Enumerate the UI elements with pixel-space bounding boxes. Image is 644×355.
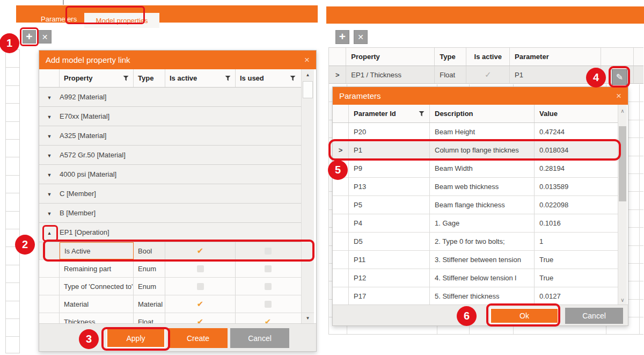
scroll-up-icon[interactable]: ▲ (302, 69, 314, 80)
column-parameter-id: Parameter Id (354, 110, 396, 118)
parameter-row-p17[interactable]: P17 5. Stiffener thickness 0.0127 (333, 287, 618, 306)
apply-button[interactable]: Apply (106, 328, 165, 348)
cell-description: 4. Stiffener below tension l (430, 269, 535, 287)
checkbox-is-used[interactable] (264, 282, 272, 291)
cell-parameter-id: P9 (349, 160, 430, 177)
callout-5: 5 (328, 160, 348, 180)
cell-value: 0.1016 (535, 214, 618, 232)
group-row-a325[interactable]: A325 [Material] (39, 126, 301, 146)
cell-description: Beam Width (430, 160, 535, 177)
parameter-row-p4[interactable]: P4 1. Gage 0.1016 (333, 214, 618, 233)
edit-parameter-button[interactable]: ✎ (612, 69, 627, 85)
cell-property: Type of 'Connected to' (60, 278, 134, 295)
cell-description: Column top flange thicknes (430, 141, 535, 159)
checkbox-is-used[interactable] (264, 264, 272, 273)
collapse-arrow-icon[interactable] (39, 93, 60, 101)
table-header: Property Type Is active Parameter (329, 48, 643, 66)
add-model-property-link-dialog: Add model property link × Property Type … (39, 50, 317, 352)
column-parameter: Parameter (510, 48, 601, 66)
add-property-link-button[interactable]: + (335, 30, 349, 44)
cell-value: 0.022098 (535, 196, 618, 214)
scroll-up-icon[interactable]: ∧ (618, 106, 627, 115)
scrollbar-thumb[interactable] (303, 81, 313, 98)
parameter-row-p5[interactable]: P5 Beam flange thickness 0.022098 (333, 196, 618, 214)
checkbox-is-used[interactable] (264, 247, 272, 255)
collapse-arrow-icon[interactable] (39, 132, 60, 140)
parameter-row-p13[interactable]: P13 Beam web thickness 0.013589 (333, 178, 618, 196)
collapse-arrow-icon[interactable] (39, 112, 60, 120)
group-label: E70xx [Material] (60, 112, 109, 120)
parameter-row-p1[interactable]: > P1 Column top flange thicknes 0.018034 (333, 141, 618, 160)
header-expander-column (39, 69, 60, 87)
group-label: B [Member] (60, 209, 96, 217)
collapse-arrow-icon[interactable] (39, 170, 60, 178)
column-property: Property (64, 74, 92, 82)
dialog-title-bar[interactable]: Add model property link × (39, 50, 316, 69)
scrollbar-thumb[interactable] (619, 126, 626, 201)
callout-4: 4 (586, 68, 606, 88)
add-property-link-button[interactable]: + (23, 30, 36, 44)
delete-property-link-button[interactable]: ✕ (354, 30, 368, 44)
cell-parameter-id: D5 (349, 233, 430, 250)
property-row-material[interactable]: Material Material (39, 295, 301, 313)
parameter-row-p11[interactable]: P11 3. Stiffener between tension True (333, 251, 618, 269)
parameter-row-p20[interactable]: P20 Beam Height 0.47244 (333, 123, 618, 141)
cell-description: Beam Height (430, 123, 535, 141)
filter-icon[interactable] (290, 76, 296, 81)
cancel-button[interactable]: Cancel (565, 308, 623, 324)
cell-parameter-id: P11 (349, 251, 430, 269)
group-row-4000psi[interactable]: 4000 psi [Material] (39, 165, 301, 184)
close-icon[interactable]: × (304, 55, 310, 66)
left-tab-model-properties[interactable]: Model properties (84, 13, 159, 28)
scroll-down-icon[interactable]: ∨ (618, 295, 627, 305)
vertical-scrollbar[interactable]: ∧ ∨ (618, 105, 627, 306)
checkbox-is-used[interactable] (264, 300, 272, 308)
cancel-button[interactable]: Cancel (230, 328, 289, 348)
property-row-type-of-connected-to[interactable]: Type of 'Connected to' Enum (39, 278, 301, 295)
checkbox-is-active[interactable] (196, 247, 204, 255)
scroll-down-icon[interactable]: ▼ (302, 313, 314, 323)
group-row-a572[interactable]: A572 Gr.50 [Material] (39, 146, 301, 165)
property-row-remaining-part[interactable]: Remaining part Enum (39, 260, 301, 278)
cell-parameter-id: P17 (349, 287, 430, 305)
cell-type: Float (134, 313, 165, 324)
close-icon[interactable]: × (616, 91, 621, 102)
group-row-c-member[interactable]: C [Member] (39, 184, 301, 204)
filter-icon[interactable] (225, 76, 231, 81)
parameter-row-d5[interactable]: D5 2. Type 0 for two bolts; 1 (333, 233, 618, 251)
checkbox-is-active[interactable] (196, 300, 204, 308)
filter-icon[interactable] (123, 76, 129, 81)
checkbox-is-active[interactable] (196, 282, 204, 291)
collapse-arrow-icon[interactable] (39, 228, 60, 236)
row-expander-icon[interactable]: > (335, 71, 340, 79)
dialog-title-bar[interactable]: Parameters × (333, 87, 628, 105)
property-row-thickness[interactable]: Thickness Float (39, 313, 301, 324)
collapse-arrow-icon[interactable] (39, 209, 60, 217)
ok-button[interactable]: Ok (490, 308, 559, 324)
collapse-arrow-icon[interactable] (39, 151, 60, 159)
parameter-row-p12[interactable]: P12 4. Stiffener below tension l True (333, 269, 618, 287)
group-label: C [Member] (60, 190, 96, 198)
dialog-title: Parameters (339, 91, 381, 100)
parameter-row-p9[interactable]: P9 Beam Width 0.28194 (333, 160, 618, 178)
cell-value: 0.018034 (535, 141, 618, 159)
row-expander-icon[interactable]: > (339, 146, 343, 154)
callout-6: 6 (457, 306, 477, 326)
delete-property-link-button[interactable]: ✕ (38, 30, 52, 44)
cell-value: True (535, 251, 618, 269)
left-tab-parameters[interactable]: Parameters (41, 15, 77, 23)
property-row-is-active[interactable]: Is Active Bool (39, 242, 301, 260)
filter-icon[interactable] (419, 111, 425, 117)
cell-type: Float (435, 66, 466, 83)
group-row-e70xx[interactable]: E70xx [Material] (39, 107, 301, 126)
cell-parameter-id: P20 (349, 123, 430, 141)
group-row-ep1-operation[interactable]: EP1 [Operation] (39, 223, 301, 242)
collapse-arrow-icon[interactable] (39, 190, 60, 198)
checkbox-is-active[interactable] (196, 264, 204, 273)
callout-3: 3 (79, 329, 99, 349)
group-row-a992[interactable]: A992 [Material] (39, 88, 301, 107)
create-button[interactable]: Create (169, 328, 228, 348)
group-row-b-member[interactable]: B [Member] (39, 204, 301, 223)
vertical-scrollbar[interactable]: ▲ ▼ (301, 69, 314, 323)
cell-parameter-id: P5 (349, 196, 430, 214)
